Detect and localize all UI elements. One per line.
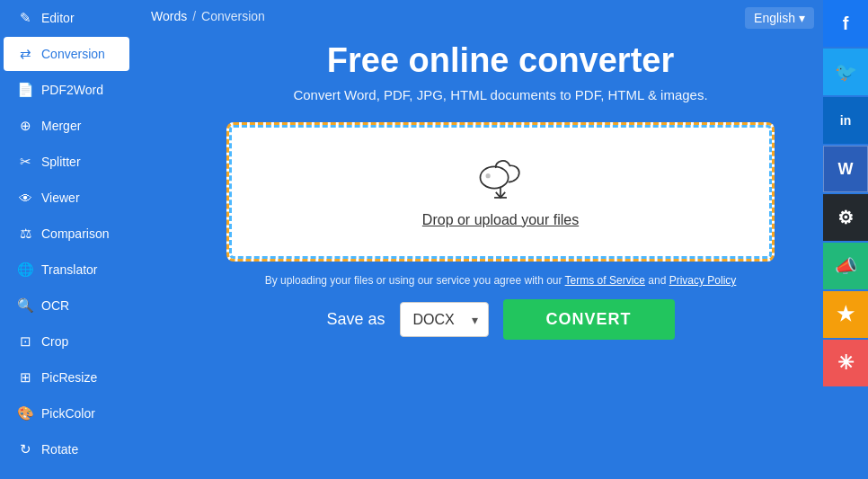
megaphone-button[interactable]: 📣 xyxy=(823,243,868,289)
language-chevron-icon: ▾ xyxy=(799,11,805,25)
sidebar: ✎ Editor ⇄ Conversion 📄 PDF2Word ⊕ Merge… xyxy=(0,0,133,479)
merger-icon: ⊕ xyxy=(16,117,34,135)
sidebar-item-rotate[interactable]: ↻ Rotate xyxy=(4,432,129,466)
sidebar-item-crop-label: Crop xyxy=(41,334,68,349)
asterisk-button[interactable]: ✳ xyxy=(823,340,868,386)
linkedin-icon: in xyxy=(840,113,851,128)
star-button[interactable]: ★ xyxy=(823,291,868,338)
file-dropzone[interactable]: Drop or upload your files xyxy=(226,122,775,262)
sidebar-item-comparison-label: Comparison xyxy=(41,226,109,241)
sidebar-item-ocr-label: OCR xyxy=(41,298,69,313)
sidebar-item-viewer-label: Viewer xyxy=(41,191,80,205)
sidebar-item-rotate-label: Rotate xyxy=(41,442,78,457)
translator-icon: 🌐 xyxy=(16,261,34,279)
breadcrumb-conversion: Conversion xyxy=(201,9,265,23)
viewer-icon: 👁 xyxy=(16,189,34,207)
conversion-icon: ⇄ xyxy=(16,45,34,63)
pdf2word-icon: 📄 xyxy=(16,81,34,99)
twitter-button[interactable]: 🐦 xyxy=(823,49,868,95)
sidebar-item-pdf2word-label: PDF2Word xyxy=(41,83,103,97)
breadcrumb-separator: / xyxy=(192,9,196,23)
sidebar-item-ocr[interactable]: 🔍 OCR xyxy=(4,288,129,323)
format-select-wrapper: DOCX PDF HTML JPG PNG xyxy=(400,302,489,337)
sidebar-item-crop[interactable]: ⊡ Crop xyxy=(4,324,129,359)
language-selector[interactable]: English ▾ xyxy=(745,7,814,29)
terms-text: By uploading your files or using our ser… xyxy=(265,274,737,287)
sidebar-item-picresize[interactable]: ⊞ PicResize xyxy=(4,360,129,395)
language-label: English xyxy=(754,11,795,25)
github-button[interactable]: ⚙ xyxy=(823,194,868,241)
convert-button[interactable]: CONVERT xyxy=(503,299,675,340)
facebook-button[interactable]: f xyxy=(823,0,868,47)
upload-cloud-icon xyxy=(477,156,524,203)
editor-icon: ✎ xyxy=(16,9,34,27)
breadcrumb-words[interactable]: Words xyxy=(151,9,187,23)
main-content: Words / Conversion Free online converter… xyxy=(133,0,868,479)
github-icon: ⚙ xyxy=(837,207,854,228)
dropzone-label[interactable]: Drop or upload your files xyxy=(422,212,579,228)
page-subtitle: Convert Word, PDF, JPG, HTML documents t… xyxy=(293,87,707,102)
terms-prefix: By uploading your files or using our ser… xyxy=(265,274,565,287)
sidebar-item-merger-label: Merger xyxy=(41,119,81,133)
asterisk-icon: ✳ xyxy=(837,351,854,375)
sidebar-item-conversion[interactable]: ⇄ Conversion xyxy=(4,37,129,71)
sidebar-item-editor[interactable]: ✎ Editor xyxy=(4,1,129,35)
crop-icon: ⊡ xyxy=(16,333,34,350)
sidebar-item-splitter-label: Splitter xyxy=(41,155,81,169)
convert-row: Save as DOCX PDF HTML JPG PNG CONVERT xyxy=(326,299,674,340)
sidebar-item-conversion-label: Conversion xyxy=(41,47,105,61)
save-as-label: Save as xyxy=(326,310,385,329)
sidebar-item-editor-label: Editor xyxy=(41,11,75,25)
megaphone-icon: 📣 xyxy=(835,255,857,277)
svg-point-3 xyxy=(486,173,491,178)
sidebar-item-pickcolor[interactable]: 🎨 PickColor xyxy=(4,396,129,430)
sidebar-item-compress[interactable]: ⊟ Compress xyxy=(4,468,129,479)
facebook-icon: f xyxy=(843,13,849,34)
twitter-icon: 🐦 xyxy=(835,61,857,83)
sidebar-item-translator-label: Translator xyxy=(41,262,98,277)
ocr-icon: 🔍 xyxy=(16,297,34,315)
social-bar: f 🐦 in W ⚙ 📣 ★ ✳ xyxy=(823,0,868,479)
page-title: Free online converter xyxy=(327,41,674,80)
word-button[interactable]: W xyxy=(823,146,868,192)
star-icon: ★ xyxy=(837,303,855,326)
format-select[interactable]: DOCX PDF HTML JPG PNG xyxy=(400,302,489,337)
sidebar-item-pickcolor-label: PickColor xyxy=(41,406,95,421)
linkedin-button[interactable]: in xyxy=(823,97,868,144)
sidebar-item-comparison[interactable]: ⚖ Comparison xyxy=(4,217,129,251)
rotate-icon: ↻ xyxy=(16,440,34,458)
sidebar-item-splitter[interactable]: ✂ Splitter xyxy=(4,145,129,179)
sidebar-item-translator[interactable]: 🌐 Translator xyxy=(4,253,129,287)
sidebar-item-merger[interactable]: ⊕ Merger xyxy=(4,109,129,143)
privacy-policy-link[interactable]: Privacy Policy xyxy=(669,274,737,287)
comparison-icon: ⚖ xyxy=(16,225,34,243)
picresize-icon: ⊞ xyxy=(16,368,34,386)
pickcolor-icon: 🎨 xyxy=(16,404,34,422)
sidebar-item-pdf2word[interactable]: 📄 PDF2Word xyxy=(4,73,129,107)
splitter-icon: ✂ xyxy=(16,153,34,171)
content-area: Free online converter Convert Word, PDF,… xyxy=(133,32,868,479)
svg-point-0 xyxy=(480,166,508,188)
terms-and: and xyxy=(645,274,669,287)
terms-of-service-link[interactable]: Terms of Service xyxy=(565,274,645,287)
word-icon: W xyxy=(838,160,854,179)
sidebar-item-picresize-label: PicResize xyxy=(41,370,97,385)
sidebar-item-viewer[interactable]: 👁 Viewer xyxy=(4,181,129,215)
